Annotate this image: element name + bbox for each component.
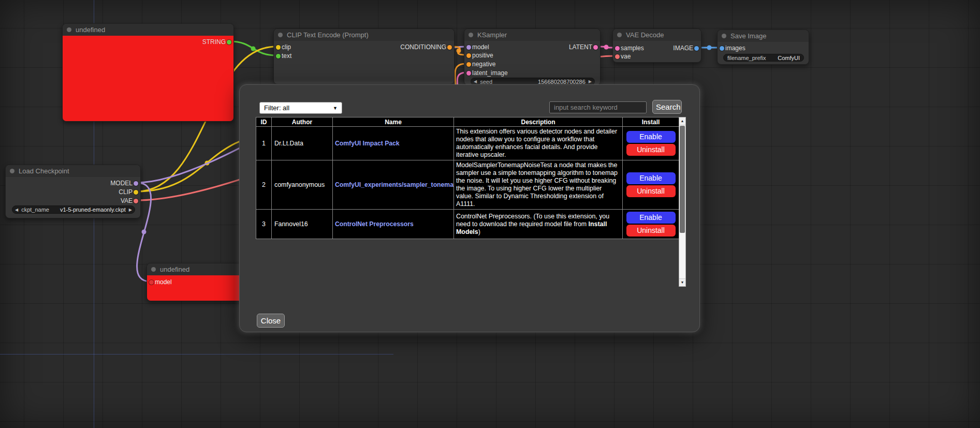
- node-status-dot[interactable]: [67, 27, 71, 32]
- node-status-dot[interactable]: [151, 267, 156, 272]
- images-input-dot[interactable]: [720, 46, 724, 51]
- model-output-dot[interactable]: [134, 181, 138, 186]
- node-clip-text-encode[interactable]: CLIP Text Encode (Prompt) clip text COND…: [273, 28, 455, 84]
- node-title-bar[interactable]: undefined: [147, 263, 244, 275]
- slot-label: vae: [621, 53, 631, 60]
- node-title-bar[interactable]: Load Checkpoint: [6, 165, 140, 177]
- output-slot-latent[interactable]: LATENT: [569, 43, 592, 51]
- enable-button[interactable]: Enable: [626, 212, 676, 224]
- uninstall-button[interactable]: Uninstall: [626, 185, 676, 197]
- wire-dot: [707, 46, 712, 50]
- input-slot-positive[interactable]: positive: [472, 52, 493, 59]
- model-input-dot[interactable]: [466, 45, 471, 50]
- string-output-dot[interactable]: [227, 40, 231, 45]
- search-button[interactable]: Search: [652, 100, 682, 114]
- filename-prefix-widget[interactable]: filename_prefix ComfyUI: [723, 54, 804, 62]
- uninstall-button[interactable]: Uninstall: [626, 144, 676, 156]
- node-load-checkpoint[interactable]: Load Checkpoint MODEL CLIP VAE ◀ ckpt_na…: [5, 165, 141, 218]
- vae-output-dot[interactable]: [134, 199, 138, 203]
- input-slot-model[interactable]: model: [155, 278, 172, 286]
- node-status-dot[interactable]: [469, 33, 473, 37]
- node-status-dot[interactable]: [278, 33, 283, 37]
- search-input[interactable]: [549, 101, 647, 113]
- output-slot-clip[interactable]: CLIP: [119, 188, 133, 196]
- slot-label: latent_image: [472, 69, 508, 77]
- input-slot-clip[interactable]: clip: [282, 43, 291, 51]
- image-output-dot[interactable]: [694, 46, 699, 51]
- table-row: 1 Dr.Lt.Data ComfyUI Impact Pack This ex…: [256, 127, 679, 160]
- latent-output-dot[interactable]: [593, 45, 598, 50]
- widget-value: ComfyUI: [778, 55, 800, 61]
- extension-link[interactable]: ComfyUI_experiments/sampler_tonemap: [335, 181, 454, 188]
- wire-dot: [604, 45, 609, 50]
- output-slot-conditioning[interactable]: CONDITIONING: [400, 43, 446, 51]
- input-slot-samples[interactable]: samples: [621, 45, 644, 52]
- table-row: 2 comfyanonymous ComfyUI_experiments/sam…: [256, 160, 679, 210]
- node-undefined-top[interactable]: undefined STRING: [62, 23, 234, 122]
- node-title-bar[interactable]: CLIP Text Encode (Prompt): [274, 29, 454, 41]
- latent-image-input-dot[interactable]: [466, 71, 471, 76]
- node-undefined-bottom[interactable]: undefined model: [147, 263, 245, 301]
- clip-output-dot[interactable]: [134, 190, 138, 195]
- ckpt-name-widget[interactable]: ◀ ckpt_name v1-5-pruned-emaonly.ckpt ▶: [12, 205, 135, 214]
- input-slot-negative[interactable]: negative: [472, 61, 495, 68]
- node-title-bar[interactable]: KSampler: [464, 29, 600, 41]
- slot-label: LATENT: [569, 43, 592, 51]
- clip-input-dot[interactable]: [276, 45, 281, 50]
- row-author: Dr.Lt.Data: [272, 127, 333, 160]
- close-button[interactable]: Close: [257, 314, 285, 328]
- output-slot-vae[interactable]: VAE: [121, 197, 133, 204]
- input-slot-images[interactable]: images: [725, 45, 745, 52]
- enable-button[interactable]: Enable: [626, 131, 676, 143]
- prev-value-arrow-icon[interactable]: ◀: [15, 206, 18, 214]
- slot-label: VAE: [121, 197, 133, 204]
- samples-input-dot[interactable]: [615, 46, 620, 51]
- slot-label: STRING: [202, 38, 226, 46]
- input-slot-text[interactable]: text: [282, 52, 291, 60]
- row-id: 3: [256, 210, 272, 239]
- slot-label: model: [472, 43, 489, 51]
- node-status-dot[interactable]: [10, 169, 14, 173]
- node-status-dot[interactable]: [722, 34, 726, 38]
- negative-input-dot[interactable]: [466, 62, 471, 67]
- node-status-dot[interactable]: [617, 33, 622, 37]
- node-title-bar[interactable]: Save Image: [718, 30, 809, 42]
- output-slot-string[interactable]: STRING: [202, 38, 226, 46]
- output-slot-image[interactable]: IMAGE: [673, 45, 693, 52]
- conditioning-output-dot[interactable]: [447, 45, 452, 50]
- node-save-image[interactable]: Save Image images filename_prefix ComfyU…: [717, 29, 809, 65]
- positive-input-dot[interactable]: [466, 53, 471, 58]
- slot-label: CLIP: [119, 188, 133, 196]
- row-id: 1: [256, 127, 272, 160]
- extension-link[interactable]: ControlNet Preprocessors: [335, 220, 414, 228]
- slot-label: samples: [621, 45, 644, 52]
- enable-button[interactable]: Enable: [626, 172, 676, 184]
- scroll-down-icon[interactable]: ▼: [679, 278, 685, 286]
- slot-label: images: [725, 45, 745, 52]
- filter-dropdown-value: Filter: all: [264, 104, 289, 112]
- output-slot-model[interactable]: MODEL: [110, 180, 133, 187]
- widget-label: filename_prefix: [727, 55, 766, 61]
- node-title-label: undefined: [160, 265, 189, 273]
- scroll-up-icon[interactable]: ▲: [679, 117, 685, 125]
- node-title-bar[interactable]: VAE Decode: [613, 29, 701, 41]
- header-name: Name: [333, 117, 454, 127]
- model-input-dot[interactable]: [149, 280, 154, 285]
- filter-dropdown[interactable]: Filter: all ▼: [259, 102, 342, 114]
- text-input-dot[interactable]: [276, 54, 281, 58]
- scrollbar-thumb[interactable]: [680, 126, 685, 233]
- node-ksampler[interactable]: KSampler model positive negative latent_…: [464, 28, 601, 85]
- node-vae-decode[interactable]: VAE Decode samples vae IMAGE: [612, 28, 701, 63]
- table-scrollbar[interactable]: ▲ ▼: [679, 117, 686, 287]
- vae-input-dot[interactable]: [615, 54, 620, 59]
- input-slot-vae[interactable]: vae: [621, 53, 631, 60]
- comfyui-node-graph-canvas[interactable]: undefined STRING CLIP Text Encode (Promp…: [0, 0, 980, 428]
- input-slot-latent-image[interactable]: latent_image: [472, 69, 508, 77]
- node-title-bar[interactable]: undefined: [63, 24, 233, 36]
- input-slot-model[interactable]: model: [472, 43, 489, 51]
- node-title-label: VAE Decode: [626, 31, 664, 39]
- uninstall-button[interactable]: Uninstall: [626, 225, 676, 237]
- extension-link[interactable]: ComfyUI Impact Pack: [335, 140, 400, 147]
- next-value-arrow-icon[interactable]: ▶: [129, 206, 132, 214]
- header-install: Install: [623, 117, 679, 127]
